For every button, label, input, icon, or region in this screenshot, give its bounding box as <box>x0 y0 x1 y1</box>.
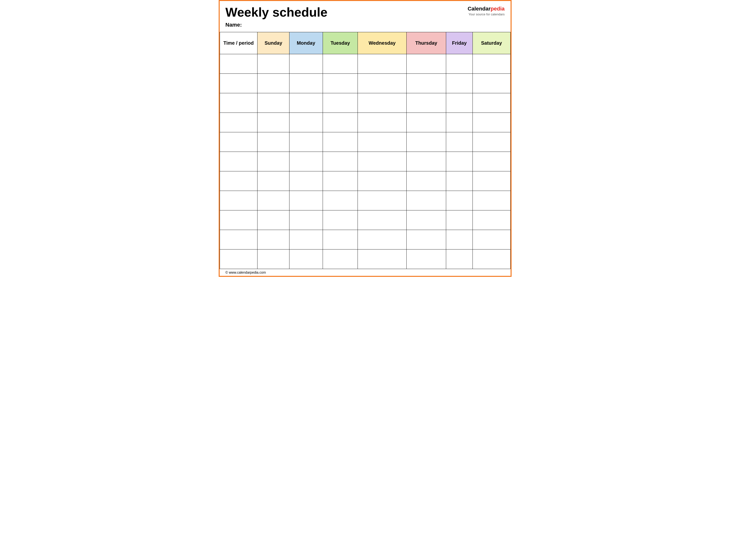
day-cell[interactable] <box>258 152 290 171</box>
day-cell[interactable] <box>323 93 358 113</box>
day-cell[interactable] <box>358 210 406 230</box>
time-cell[interactable] <box>220 113 258 132</box>
day-cell[interactable] <box>289 249 323 269</box>
day-cell[interactable] <box>323 113 358 132</box>
day-cell[interactable] <box>446 230 473 249</box>
day-cell[interactable] <box>323 132 358 152</box>
day-cell[interactable] <box>406 171 446 191</box>
day-cell[interactable] <box>473 54 510 74</box>
day-cell[interactable] <box>258 249 290 269</box>
day-cell[interactable] <box>258 230 290 249</box>
day-cell[interactable] <box>406 74 446 93</box>
day-cell[interactable] <box>446 54 473 74</box>
table-row <box>220 210 510 230</box>
day-cell[interactable] <box>406 93 446 113</box>
day-cell[interactable] <box>446 249 473 269</box>
day-cell[interactable] <box>406 113 446 132</box>
day-cell[interactable] <box>473 249 510 269</box>
table-row <box>220 74 510 93</box>
day-cell[interactable] <box>358 132 406 152</box>
day-cell[interactable] <box>473 152 510 171</box>
day-cell[interactable] <box>289 132 323 152</box>
title-row: Weekly schedule Calendarpedia Your sourc… <box>226 5 505 19</box>
day-cell[interactable] <box>358 230 406 249</box>
day-cell[interactable] <box>258 74 290 93</box>
day-cell[interactable] <box>358 152 406 171</box>
time-cell[interactable] <box>220 249 258 269</box>
day-cell[interactable] <box>473 210 510 230</box>
day-cell[interactable] <box>446 171 473 191</box>
day-cell[interactable] <box>323 54 358 74</box>
table-row <box>220 230 510 249</box>
brand-calendar-text: Calendar <box>468 6 490 12</box>
day-cell[interactable] <box>323 210 358 230</box>
footer-section: © www.calendarpedia.com <box>220 269 510 276</box>
day-cell[interactable] <box>473 93 510 113</box>
day-cell[interactable] <box>406 230 446 249</box>
day-cell[interactable] <box>258 171 290 191</box>
day-cell[interactable] <box>358 74 406 93</box>
day-cell[interactable] <box>446 74 473 93</box>
day-cell[interactable] <box>258 191 290 210</box>
day-cell[interactable] <box>473 230 510 249</box>
time-cell[interactable] <box>220 93 258 113</box>
day-cell[interactable] <box>446 191 473 210</box>
time-cell[interactable] <box>220 191 258 210</box>
day-cell[interactable] <box>289 74 323 93</box>
day-cell[interactable] <box>446 152 473 171</box>
day-cell[interactable] <box>289 230 323 249</box>
time-cell[interactable] <box>220 152 258 171</box>
day-cell[interactable] <box>289 152 323 171</box>
time-cell[interactable] <box>220 132 258 152</box>
day-cell[interactable] <box>323 74 358 93</box>
schedule-table: Time / period Sunday Monday Tuesday Wedn… <box>220 32 510 269</box>
day-cell[interactable] <box>446 132 473 152</box>
day-cell[interactable] <box>323 152 358 171</box>
day-cell[interactable] <box>258 113 290 132</box>
day-cell[interactable] <box>358 191 406 210</box>
day-cell[interactable] <box>258 54 290 74</box>
day-cell[interactable] <box>406 132 446 152</box>
day-cell[interactable] <box>358 54 406 74</box>
day-cell[interactable] <box>323 191 358 210</box>
table-row <box>220 191 510 210</box>
day-cell[interactable] <box>406 249 446 269</box>
day-cell[interactable] <box>406 152 446 171</box>
day-cell[interactable] <box>289 113 323 132</box>
time-cell[interactable] <box>220 54 258 74</box>
day-cell[interactable] <box>473 171 510 191</box>
day-cell[interactable] <box>473 132 510 152</box>
time-cell[interactable] <box>220 171 258 191</box>
day-cell[interactable] <box>323 249 358 269</box>
time-cell[interactable] <box>220 74 258 93</box>
day-cell[interactable] <box>258 93 290 113</box>
day-cell[interactable] <box>446 93 473 113</box>
brand-name: Calendarpedia <box>468 5 505 12</box>
day-cell[interactable] <box>473 113 510 132</box>
day-cell[interactable] <box>289 191 323 210</box>
day-cell[interactable] <box>323 230 358 249</box>
day-cell[interactable] <box>358 93 406 113</box>
time-cell[interactable] <box>220 210 258 230</box>
table-row <box>220 54 510 74</box>
day-cell[interactable] <box>323 171 358 191</box>
day-cell[interactable] <box>473 74 510 93</box>
day-cell[interactable] <box>446 210 473 230</box>
day-cell[interactable] <box>289 54 323 74</box>
table-row <box>220 93 510 113</box>
day-cell[interactable] <box>406 191 446 210</box>
day-cell[interactable] <box>406 54 446 74</box>
day-cell[interactable] <box>446 113 473 132</box>
day-cell[interactable] <box>358 249 406 269</box>
table-row <box>220 171 510 191</box>
day-cell[interactable] <box>289 171 323 191</box>
day-cell[interactable] <box>358 113 406 132</box>
day-cell[interactable] <box>406 210 446 230</box>
day-cell[interactable] <box>289 210 323 230</box>
day-cell[interactable] <box>289 93 323 113</box>
day-cell[interactable] <box>473 191 510 210</box>
time-cell[interactable] <box>220 230 258 249</box>
day-cell[interactable] <box>258 210 290 230</box>
day-cell[interactable] <box>258 132 290 152</box>
day-cell[interactable] <box>358 171 406 191</box>
